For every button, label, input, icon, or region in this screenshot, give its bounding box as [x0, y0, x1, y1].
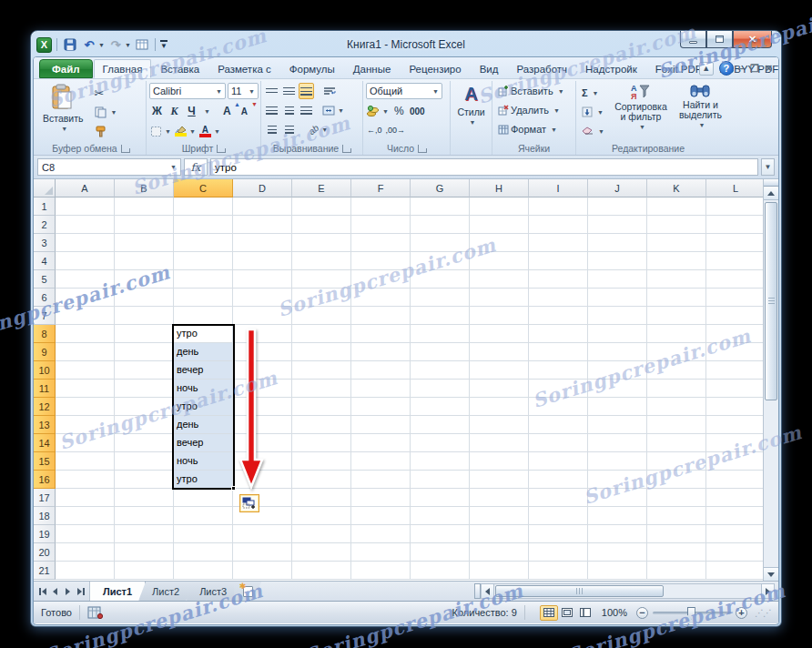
zoom-thumb[interactable]: [687, 607, 695, 620]
cell-l17[interactable]: [706, 489, 766, 507]
wrap-text-button[interactable]: [321, 83, 337, 99]
row-header-5[interactable]: 5: [34, 270, 56, 289]
zoom-track[interactable]: [653, 612, 731, 614]
record-macro-button[interactable]: [87, 606, 103, 619]
dialog-launcher-icon[interactable]: [217, 145, 225, 153]
workbook-restore-icon[interactable]: ❐: [750, 63, 759, 75]
cell-b8[interactable]: [115, 325, 174, 343]
paste-dropdown[interactable]: ▼: [61, 126, 67, 132]
cell-j11[interactable]: [588, 380, 647, 398]
cell-b4[interactable]: [115, 252, 174, 270]
row-header-3[interactable]: 3: [34, 234, 56, 252]
cell-h10[interactable]: [470, 361, 529, 380]
cell-h2[interactable]: [470, 216, 529, 234]
cell-j16[interactable]: [588, 471, 647, 489]
cell-i19[interactable]: [529, 525, 588, 543]
tab-data[interactable]: Данные: [344, 59, 401, 78]
next-sheet-button[interactable]: [62, 584, 74, 598]
horizontal-scroll-thumb[interactable]: [495, 585, 664, 597]
cell-k14[interactable]: [647, 434, 706, 452]
increase-indent-button[interactable]: [281, 121, 297, 137]
cell-a11[interactable]: [56, 380, 115, 398]
cell-j10[interactable]: [588, 361, 647, 380]
cell-f15[interactable]: [351, 452, 411, 471]
column-header-d[interactable]: D: [233, 179, 292, 197]
cell-g13[interactable]: [411, 416, 470, 434]
cell-e12[interactable]: [292, 398, 351, 416]
column-header-b[interactable]: B: [115, 179, 174, 197]
align-top-button[interactable]: [264, 83, 279, 99]
tab-review[interactable]: Рецензиро: [400, 59, 470, 78]
vertical-split-box[interactable]: [764, 179, 778, 187]
cell-b9[interactable]: [115, 343, 174, 361]
cell-e5[interactable]: [292, 270, 351, 289]
cell-g18[interactable]: [411, 507, 470, 525]
scroll-left-button[interactable]: [481, 583, 494, 599]
cell-l5[interactable]: [706, 270, 766, 289]
cell-b19[interactable]: [115, 525, 174, 543]
cell-c1[interactable]: [174, 197, 233, 216]
cell-j15[interactable]: [588, 452, 647, 471]
cell-j14[interactable]: [588, 434, 647, 452]
cell-k16[interactable]: [647, 471, 706, 489]
cell-e14[interactable]: [292, 434, 351, 452]
cell-j13[interactable]: [588, 416, 647, 434]
cell-a1[interactable]: [56, 197, 115, 216]
sort-filter-dropdown[interactable]: ▼: [639, 124, 645, 130]
cell-h11[interactable]: [470, 380, 529, 398]
cell-f3[interactable]: [351, 234, 411, 252]
cell-e16[interactable]: [292, 471, 351, 489]
cell-b2[interactable]: [115, 216, 174, 234]
cell-k21[interactable]: [647, 562, 706, 580]
row-header-17[interactable]: 17: [34, 489, 56, 507]
underline-button[interactable]: Ч: [184, 103, 199, 119]
cell-h3[interactable]: [470, 234, 529, 252]
cell-g2[interactable]: [411, 216, 470, 234]
column-header-a[interactable]: A: [56, 179, 115, 197]
cell-k1[interactable]: [647, 197, 706, 216]
cell-d7[interactable]: [233, 307, 292, 325]
cell-h21[interactable]: [470, 562, 529, 580]
align-left-button[interactable]: [264, 102, 279, 118]
cell-b5[interactable]: [115, 270, 174, 289]
cell-e2[interactable]: [292, 216, 351, 234]
row-header-18[interactable]: 18: [34, 507, 56, 525]
format-painter-button[interactable]: [92, 122, 120, 140]
column-header-k[interactable]: K: [647, 179, 706, 197]
align-center-button[interactable]: [281, 102, 297, 118]
vertical-scroll-thumb[interactable]: [765, 202, 777, 400]
cell-c7[interactable]: [174, 307, 233, 325]
dialog-launcher-icon[interactable]: [418, 145, 426, 153]
cell-e17[interactable]: [292, 489, 351, 507]
cell-f20[interactable]: [351, 543, 411, 562]
autosum-button[interactable]: Σ▼: [579, 84, 607, 102]
cell-h20[interactable]: [470, 543, 529, 562]
cell-c2[interactable]: [174, 216, 233, 234]
cell-l19[interactable]: [706, 525, 766, 543]
cell-f18[interactable]: [351, 507, 411, 525]
insert-function-button[interactable]: fx: [184, 158, 208, 176]
cell-h12[interactable]: [470, 398, 529, 416]
cell-f12[interactable]: [351, 398, 411, 416]
format-cells-button[interactable]: Формат▼: [495, 120, 560, 138]
decrease-indent-button[interactable]: [264, 121, 279, 137]
cell-j12[interactable]: [588, 398, 647, 416]
cell-f4[interactable]: [351, 252, 411, 270]
horizontal-scrollbar[interactable]: [474, 583, 775, 599]
cell-g14[interactable]: [411, 434, 470, 452]
cell-i2[interactable]: [529, 216, 588, 234]
sheet-tab-list2[interactable]: Лист2: [139, 582, 193, 601]
cell-d2[interactable]: [233, 216, 292, 234]
row-header-7[interactable]: 7: [34, 307, 56, 325]
horizontal-scroll-track[interactable]: [494, 583, 761, 599]
cell-e11[interactable]: [292, 380, 351, 398]
cell-a17[interactable]: [56, 489, 115, 507]
tab-addins[interactable]: Надстройк: [576, 59, 646, 78]
cell-l12[interactable]: [706, 398, 766, 416]
cell-b16[interactable]: [115, 471, 174, 489]
cell-g3[interactable]: [411, 234, 470, 252]
page-break-view-button[interactable]: [576, 605, 594, 621]
cell-a14[interactable]: [56, 434, 115, 452]
cell-a15[interactable]: [56, 452, 115, 471]
font-color-button[interactable]: А ▼: [198, 123, 221, 139]
